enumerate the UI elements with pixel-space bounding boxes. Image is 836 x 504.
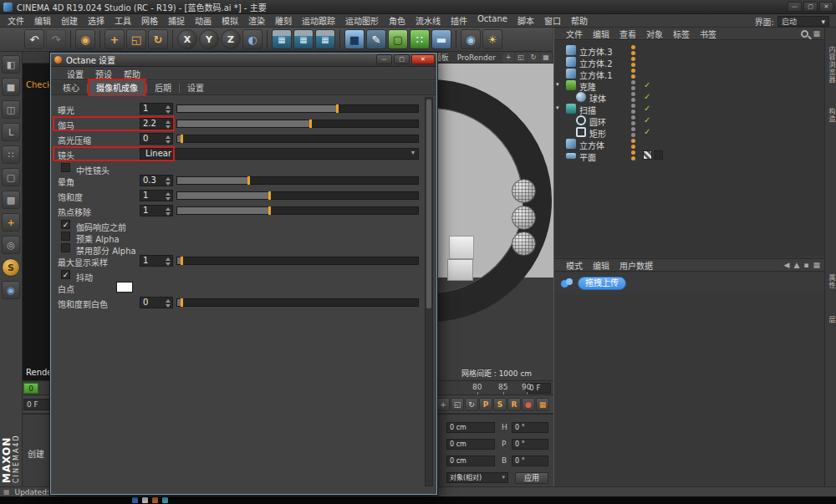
sphere-object[interactable] xyxy=(512,206,536,230)
slider-handle[interactable] xyxy=(181,298,183,307)
vignetting-input[interactable]: 0.3 xyxy=(140,175,173,186)
sphere-object[interactable] xyxy=(512,179,536,203)
visibility-dots[interactable] xyxy=(631,92,635,102)
enabled-check-icon[interactable]: ✓ xyxy=(644,127,650,136)
enable-axis-icon[interactable]: + xyxy=(2,213,20,232)
dialog-tab-1[interactable]: 摄像机成像 xyxy=(89,79,145,96)
position-x-field[interactable]: 0 cm xyxy=(446,422,495,433)
expand-icon[interactable]: ▾ xyxy=(556,81,559,88)
gamma-input[interactable]: 2.2 xyxy=(140,118,173,130)
dialog-maximize-button[interactable]: ▢ xyxy=(394,54,410,64)
highlight-compression-slider[interactable] xyxy=(176,135,419,143)
visibility-dots[interactable] xyxy=(631,139,635,149)
menu-item-4[interactable]: 工具 xyxy=(110,14,136,27)
mini-grid-orange-icon[interactable]: ▦ xyxy=(536,398,549,411)
om-menu-2[interactable]: 查看 xyxy=(614,28,641,40)
menu-item-1[interactable]: 编辑 xyxy=(29,14,56,27)
highlight-compression-input[interactable]: 0 xyxy=(140,133,173,145)
interface-dropdown[interactable]: 启动 ▾ xyxy=(777,16,829,27)
enabled-check-icon[interactable]: ✓ xyxy=(644,104,650,113)
slider-handle[interactable] xyxy=(268,191,271,200)
dialog-close-button[interactable]: ✕ xyxy=(411,54,435,64)
menu-item-17[interactable]: 脚本 xyxy=(512,14,539,27)
gamma-before-response-checkbox[interactable]: ✓ xyxy=(61,220,70,229)
texture-tag-icon[interactable] xyxy=(654,150,663,160)
enabled-check-icon[interactable]: ✓ xyxy=(644,115,650,125)
render-view-icon[interactable]: ▦ xyxy=(272,29,292,49)
menu-item-8[interactable]: 模拟 xyxy=(217,14,243,27)
slider-handle[interactable] xyxy=(336,104,339,113)
object-row-1[interactable]: 立方体.2 xyxy=(554,56,824,68)
dialog-title-bar[interactable]: Octane 设置 — ▢ ✕ xyxy=(51,53,436,67)
close-button[interactable]: ✕ xyxy=(819,2,833,12)
visibility-dots[interactable] xyxy=(631,150,635,160)
slider-handle[interactable] xyxy=(181,135,183,143)
visibility-dots[interactable] xyxy=(631,104,635,114)
points-mode-icon[interactable]: ∷ xyxy=(2,145,20,164)
spinner-arrows-icon[interactable] xyxy=(165,191,171,201)
position-y-field[interactable]: 0 cm xyxy=(446,439,495,450)
dialog-minimize-button[interactable]: — xyxy=(376,54,392,64)
object-row-8[interactable]: 立方体 xyxy=(554,138,824,150)
taskbar-icon-3[interactable] xyxy=(162,497,168,503)
slider-handle[interactable] xyxy=(181,257,183,265)
dock-tab-2[interactable]: 属性 xyxy=(827,274,836,289)
key-position-icon[interactable]: P xyxy=(479,398,492,411)
slider-handle[interactable] xyxy=(268,206,271,215)
spline-pen-icon[interactable]: ✎ xyxy=(366,29,386,49)
menu-item-5[interactable]: 网格 xyxy=(136,14,163,27)
camera-icon[interactable]: ◉ xyxy=(461,29,481,49)
saturate-to-white-input[interactable]: 0 xyxy=(140,297,173,308)
spinner-arrows-icon[interactable] xyxy=(165,104,171,114)
menu-item-13[interactable]: 角色 xyxy=(384,14,410,27)
dock-tab-1[interactable]: 构造 xyxy=(827,108,836,123)
texture-tag-icon[interactable] xyxy=(643,150,652,160)
key-rotation-icon[interactable]: R xyxy=(507,398,521,411)
cube-object[interactable] xyxy=(447,259,473,281)
undo-icon[interactable]: ↶ xyxy=(24,29,44,49)
back-arrow-icon[interactable]: ◀ xyxy=(784,261,790,269)
dialog-tab-0[interactable]: 核心 xyxy=(56,80,86,95)
visibility-dots[interactable] xyxy=(631,115,635,125)
search-icon[interactable] xyxy=(801,30,808,38)
dot-icon[interactable]: ▪ xyxy=(803,261,808,269)
spinner-arrows-icon[interactable] xyxy=(165,257,171,266)
pan-view-icon[interactable]: + xyxy=(502,53,514,63)
move-icon[interactable]: + xyxy=(104,29,125,49)
vignetting-slider[interactable] xyxy=(176,176,419,185)
menu-item-9[interactable]: 渲染 xyxy=(243,14,270,27)
menu-item-14[interactable]: 流水线 xyxy=(410,14,446,27)
menu-item-19[interactable]: 帮助 xyxy=(566,14,593,27)
mode-menu-0[interactable]: 模式 xyxy=(561,259,588,272)
minimize-button[interactable]: — xyxy=(788,2,802,12)
object-row-0[interactable]: 立方体.3 xyxy=(554,44,824,56)
hotpixel-removal-slider[interactable] xyxy=(176,206,419,215)
dialog-scrollbar[interactable] xyxy=(425,97,433,486)
coord-system-dropdown[interactable]: 对象(相对)▾ xyxy=(446,472,508,483)
workplane-icon[interactable]: L xyxy=(2,123,20,141)
neutral-lens-checkbox[interactable] xyxy=(61,163,70,172)
exposure-input[interactable]: 1 xyxy=(140,103,173,115)
taskbar-icon-0[interactable] xyxy=(132,497,138,503)
material-menu-create[interactable]: 创建 xyxy=(28,447,44,460)
polygons-mode-icon[interactable]: ▩ xyxy=(2,191,20,209)
current-frame-marker[interactable]: 0 xyxy=(23,383,38,394)
maximize-button[interactable]: ▢ xyxy=(803,2,818,12)
viewport-menu-6[interactable]: ProRender xyxy=(453,53,500,62)
axis-z-icon[interactable]: Z xyxy=(221,29,241,49)
spinner-arrows-icon[interactable] xyxy=(165,176,171,186)
dithering-checkbox[interactable]: ✓ xyxy=(61,270,70,279)
premultiplied-alpha-checkbox[interactable] xyxy=(61,232,70,241)
axis-y-icon[interactable]: Y xyxy=(199,29,219,49)
panel-menu-icon[interactable]: ▦ xyxy=(813,29,820,38)
dialog-menu-1[interactable]: 预设 xyxy=(89,68,118,80)
visibility-dots[interactable] xyxy=(631,57,635,67)
render-picture-viewer-icon[interactable]: ▦ xyxy=(293,29,314,49)
menu-item-6[interactable]: 捕捉 xyxy=(163,14,190,27)
visibility-dots[interactable] xyxy=(631,45,635,55)
visibility-dots[interactable] xyxy=(631,80,635,90)
max-display-samples-input[interactable]: 1 xyxy=(140,255,173,267)
menu-item-16[interactable]: Octane xyxy=(472,14,512,27)
scrollbar-thumb[interactable] xyxy=(426,99,431,308)
expand-icon[interactable]: ▾ xyxy=(556,104,559,111)
